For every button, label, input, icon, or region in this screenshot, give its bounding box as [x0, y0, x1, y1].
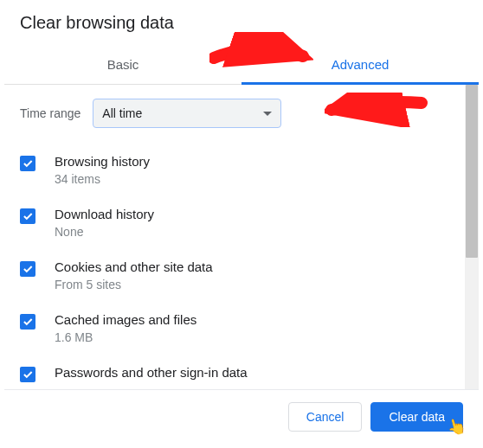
dialog-footer: Cancel Clear data 👆 [4, 390, 479, 444]
cursor-hand-icon: 👆 [445, 415, 468, 438]
check-icon [22, 263, 34, 275]
item-sub: 1.6 MB [55, 330, 196, 344]
clear-browsing-data-dialog: Clear browsing data Basic Advanced Time … [4, 4, 479, 444]
list-item: Passwords and other sign-in data [20, 356, 449, 389]
item-sub: None [55, 225, 154, 239]
item-label: Download history [55, 207, 154, 221]
options-list: Browsing history 34 items Download histo… [20, 145, 449, 389]
list-item: Download history None [20, 198, 449, 251]
checkbox-download-history[interactable] [20, 208, 35, 224]
clear-data-button[interactable]: Clear data 👆 [370, 402, 463, 432]
checkbox-cookies[interactable] [20, 261, 35, 277]
item-label: Browsing history [55, 154, 150, 169]
chevron-down-icon [263, 112, 272, 116]
check-icon [22, 157, 34, 170]
item-sub: From 5 sites [55, 278, 213, 291]
time-range-select[interactable]: All time [93, 99, 281, 128]
tab-advanced[interactable]: Advanced [242, 45, 479, 84]
checkbox-passwords[interactable] [20, 367, 35, 382]
list-item: Browsing history 34 items [20, 145, 449, 198]
tab-basic[interactable]: Basic [4, 45, 242, 84]
time-range-row: Time range All time [20, 99, 449, 128]
checkbox-cached[interactable] [20, 314, 35, 330]
cancel-button[interactable]: Cancel [288, 402, 363, 432]
scrollbar-thumb[interactable] [466, 85, 478, 258]
list-item: Cached images and files 1.6 MB [20, 304, 449, 356]
item-sub: 34 items [55, 172, 150, 186]
item-label: Cached images and files [55, 312, 196, 327]
time-range-label: Time range [20, 106, 80, 120]
dialog-title: Clear browsing data [4, 4, 479, 45]
check-icon [22, 368, 34, 381]
item-label: Cookies and other site data [55, 259, 213, 274]
time-range-value: All time [102, 106, 142, 120]
scrollbar[interactable] [465, 85, 479, 389]
clear-data-label: Clear data [389, 410, 445, 424]
tab-bar: Basic Advanced [4, 45, 479, 85]
item-label: Passwords and other sign-in data [55, 365, 248, 380]
list-item: Cookies and other site data From 5 sites [20, 251, 449, 304]
dialog-content: Time range All time Browsing history 34 … [4, 85, 465, 389]
checkbox-browsing-history[interactable] [20, 156, 35, 171]
check-icon [22, 316, 34, 328]
check-icon [22, 210, 34, 222]
